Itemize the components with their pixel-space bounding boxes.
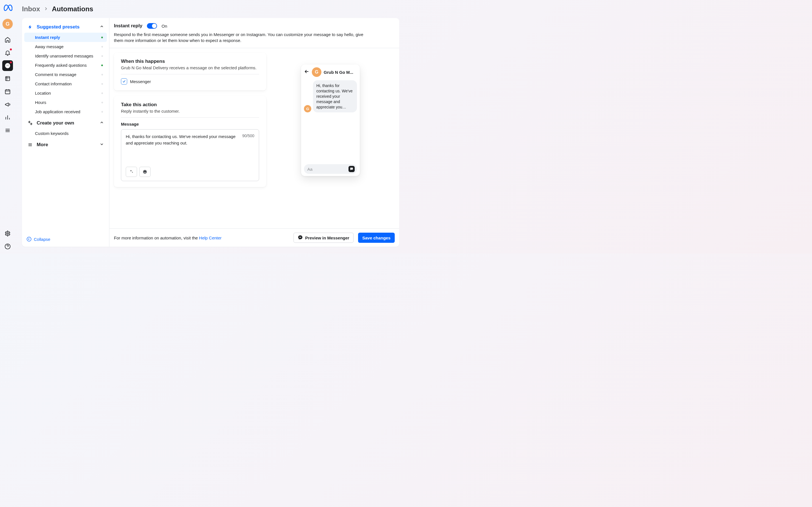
nav-insights-icon[interactable]	[2, 112, 13, 123]
sidebar-item-faq[interactable]: Frequently asked questions	[24, 61, 107, 70]
preview-bubble-avatar: G	[304, 105, 311, 112]
button-label: Save changes	[362, 235, 391, 240]
instant-reply-toggle[interactable]	[147, 23, 157, 29]
divider	[121, 74, 259, 74]
message-textarea[interactable]: Hi, thanks for contacting us. We've rece…	[126, 133, 239, 146]
nav-notifications-icon[interactable]	[2, 47, 13, 58]
status-dot-on-icon	[101, 37, 103, 38]
list-icon	[27, 142, 33, 147]
breadcrumb-automations: Automations	[52, 5, 93, 13]
svg-point-0	[5, 63, 10, 68]
svg-point-11	[352, 168, 352, 169]
button-label: Preview in Messenger	[305, 235, 349, 240]
sidebar-item-hours[interactable]: Hours	[24, 98, 107, 107]
sidebar-item-comment-to-message[interactable]: Comment to message	[24, 70, 107, 79]
sidebar-item-instant-reply[interactable]: Instant reply	[24, 33, 107, 42]
preview-message-bubble: Hi, thanks for contacting us. We've rece…	[313, 80, 357, 112]
notification-dot-icon	[10, 61, 12, 63]
sidebar-item-away-message[interactable]: Away message	[24, 42, 107, 51]
platform-messenger-label: Messenger	[130, 79, 151, 84]
save-changes-button[interactable]: Save changes	[358, 233, 395, 243]
nav-posts-icon[interactable]	[2, 73, 13, 84]
svg-point-7	[144, 171, 145, 172]
account-avatar[interactable]: G	[2, 18, 13, 29]
content-footer: For more information on automation, visi…	[109, 228, 399, 247]
nav-menu-icon[interactable]	[2, 125, 13, 136]
sidebar-item-location[interactable]: Location	[24, 89, 107, 98]
status-dot-off-icon	[101, 83, 103, 84]
sidebar-item-job-application[interactable]: Job application received	[24, 107, 107, 116]
preview-page-name: Grub N Go M...	[324, 70, 357, 75]
sidebar-item-label: Instant reply	[35, 35, 60, 40]
section-create-your-own[interactable]: Create your own	[24, 116, 107, 129]
nav-help-icon[interactable]	[2, 241, 13, 252]
collapse-button[interactable]: Collapse	[27, 237, 105, 242]
section-label: Suggested presets	[37, 24, 96, 30]
trigger-subtitle: Grub N Go Meal Delivery receives a messa…	[121, 65, 259, 70]
preview-in-messenger-button[interactable]: Preview in Messenger	[294, 233, 354, 243]
preview-send-icon	[349, 166, 355, 172]
message-field-label: Message	[121, 122, 259, 126]
footer-text-prefix: For more information on automation, visi…	[114, 235, 199, 240]
page-description: Respond to the first message someone sen…	[114, 32, 373, 43]
emoji-button[interactable]	[139, 167, 151, 177]
section-more[interactable]: More	[24, 138, 107, 151]
sparkle-icon	[27, 121, 33, 126]
status-dot-off-icon	[101, 93, 103, 94]
toggle-state-label: On	[161, 24, 167, 29]
sidebar-item-label: Contact information	[35, 81, 71, 86]
sidebar-item-label: Comment to message	[35, 72, 77, 77]
personalization-button[interactable]	[126, 167, 137, 177]
messenger-checkbox[interactable]	[121, 78, 127, 84]
lightning-icon	[27, 24, 33, 30]
avatar-letter: G	[6, 21, 10, 27]
content-header: Instant reply On Respond to the first me…	[109, 18, 399, 48]
svg-point-3	[7, 233, 8, 234]
automations-sidebar: Suggested presets Instant reply Away mes…	[22, 18, 109, 247]
character-count: 90/500	[242, 133, 254, 146]
nav-rail: G	[0, 0, 15, 253]
collapse-label: Collapse	[34, 237, 50, 242]
status-dot-off-icon	[101, 46, 103, 47]
breadcrumb-inbox[interactable]: Inbox	[22, 5, 40, 13]
action-subtitle: Reply instantly to the customer.	[121, 109, 259, 114]
svg-point-9	[351, 168, 351, 169]
svg-point-8	[145, 171, 146, 172]
chevron-up-icon	[100, 24, 104, 30]
section-suggested-presets[interactable]: Suggested presets	[24, 20, 107, 33]
breadcrumb: Inbox Automations	[22, 0, 399, 18]
sidebar-item-custom-keywords[interactable]: Custom keywords	[24, 129, 107, 138]
status-dot-off-icon	[101, 55, 103, 57]
preview-input-placeholder: Aa	[306, 167, 347, 172]
avatar-letter: G	[315, 69, 318, 75]
nav-settings-icon[interactable]	[2, 228, 13, 239]
chevron-right-icon	[43, 5, 49, 13]
sidebar-item-contact-information[interactable]: Contact information	[24, 79, 107, 89]
section-label: Create your own	[37, 120, 96, 126]
nav-calendar-icon[interactable]	[2, 86, 13, 97]
nav-home-icon[interactable]	[2, 34, 13, 45]
messenger-icon	[298, 235, 303, 241]
meta-logo[interactable]	[3, 3, 13, 13]
status-dot-on-icon	[101, 64, 103, 66]
divider	[121, 117, 259, 118]
sidebar-item-label: Custom keywords	[35, 131, 68, 136]
sidebar-item-label: Job application received	[35, 109, 80, 114]
nav-ads-icon[interactable]	[2, 99, 13, 110]
chevron-down-icon	[100, 142, 104, 148]
svg-rect-2	[5, 90, 10, 94]
message-box: Hi, thanks for contacting us. We've rece…	[121, 129, 259, 181]
status-dot-off-icon	[101, 111, 103, 112]
help-center-link[interactable]: Help Center	[199, 235, 221, 240]
sidebar-item-label: Location	[35, 91, 51, 96]
svg-point-6	[143, 170, 147, 174]
trigger-card: When this happens Grub N Go Meal Deliver…	[114, 53, 266, 91]
chevron-up-icon	[100, 120, 104, 126]
notification-dot-icon	[10, 48, 12, 50]
sidebar-item-label: Away message	[35, 44, 63, 49]
page-title: Instant reply	[114, 23, 142, 29]
messenger-preview: G Grub N Go M... G Hi, thanks for contac…	[301, 64, 360, 176]
content-area: Instant reply On Respond to the first me…	[109, 18, 399, 247]
nav-inbox-icon[interactable]	[2, 60, 13, 71]
sidebar-item-identify-unanswered[interactable]: Identify unanswered messages	[24, 51, 107, 61]
